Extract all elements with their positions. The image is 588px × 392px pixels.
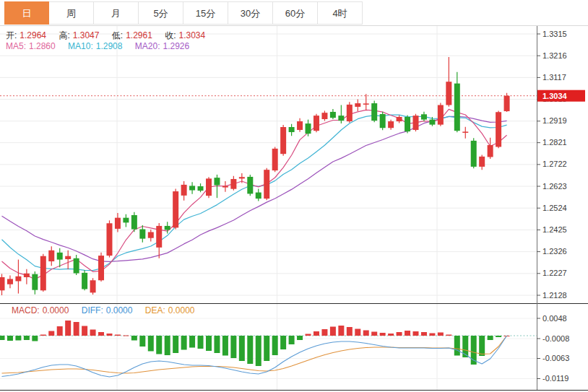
chart-canvas[interactable]: 1.33151.32161.31171.30181.29191.28211.27… [0, 0, 588, 392]
ma20-line [2, 116, 507, 261]
candle-body [165, 226, 170, 230]
last-price-tag-text: 1.3034 [542, 92, 568, 100]
price-tick-label: 1.2326 [542, 247, 567, 256]
candle-body [289, 127, 295, 132]
candle-body [15, 276, 21, 282]
macd-bar [355, 329, 360, 336]
high-label: 高: [59, 30, 69, 40]
candle-body [181, 185, 187, 196]
macd-bar [438, 333, 444, 336]
tab-timeframe-4[interactable]: 15分 [183, 1, 228, 25]
candle-body [321, 113, 327, 119]
candle-body [98, 256, 104, 280]
ma-legend: MA5:1.2860 MA10:1.2908 MA20:1.2926 [6, 41, 192, 51]
candle-body [397, 117, 402, 121]
tab-timeframe-7[interactable]: 4时 [318, 1, 363, 25]
macd-bar [321, 329, 327, 336]
macd-legend: MACD:0.0000 DIFF:0.0000 DEA:0.0000 [12, 305, 197, 315]
macd-bar [222, 336, 228, 356]
candle-body [115, 218, 121, 229]
candle-body [421, 114, 427, 119]
candle-body [297, 121, 303, 130]
ohlc-legend: 开:1.2964 高:1.3047 低:1.2961 收:1.3034 [6, 30, 208, 42]
low-value: 1.2961 [126, 30, 152, 40]
candle-body [371, 103, 377, 121]
tab-timeframe-3[interactable]: 5分 [139, 1, 183, 25]
candle-body [90, 280, 96, 292]
macd-tick-label: -0.0119 [542, 374, 569, 383]
macd-bar [479, 336, 485, 356]
candle-body [280, 127, 286, 154]
macd-bar [15, 336, 21, 341]
macd-value: 0.0000 [43, 305, 69, 315]
candle-body [388, 121, 394, 128]
candle-body [131, 215, 137, 230]
close-label: 收: [165, 30, 176, 40]
macd-bar [148, 336, 154, 352]
candle-body [306, 123, 311, 134]
candle-body [347, 105, 353, 121]
low-label: 低: [112, 30, 123, 40]
candle-body [32, 274, 38, 290]
timeframe-tabbar: 日周月5分15分30分60分4时 [0, 0, 588, 26]
candle-body [7, 279, 13, 284]
macd-bar [115, 335, 121, 336]
candle-body [230, 179, 236, 189]
macd-bar [306, 334, 311, 336]
macd-bar [32, 336, 38, 341]
macd-bar [90, 330, 96, 336]
tab-timeframe-1[interactable]: 周 [49, 1, 94, 25]
macd-bar [40, 335, 46, 336]
diff-line [2, 336, 507, 377]
tab-timeframe-6[interactable]: 60分 [273, 1, 318, 25]
macd-bar [380, 333, 386, 336]
price-tick-label: 1.2524 [542, 204, 567, 212]
macd-tick-label: 0.0048 [542, 314, 567, 323]
ma20-label: MA20: [135, 41, 160, 51]
macd-bar [371, 332, 377, 336]
price-tick-label: 1.2128 [542, 291, 567, 300]
macd-bar [314, 331, 319, 336]
price-tick-label: 1.2425 [542, 225, 567, 234]
macd-bar [272, 336, 278, 355]
candle-body [148, 232, 154, 238]
candle-body [504, 96, 510, 111]
macd-bar [405, 331, 410, 336]
price-tick-label: 1.2227 [542, 269, 567, 277]
macd-bar [7, 336, 13, 341]
candle-body [65, 256, 71, 259]
candle-body [496, 112, 501, 147]
candle-body [214, 178, 220, 185]
ma5-value: 1.2860 [29, 41, 56, 51]
price-tick-label: 1.3315 [542, 30, 567, 38]
candle-body [247, 177, 253, 193]
macd-bar [488, 336, 493, 340]
dea-value: 0.0000 [168, 305, 195, 315]
macd-bar [446, 335, 451, 336]
macd-bar [57, 326, 63, 336]
candle-body [380, 114, 386, 128]
candle-body [0, 277, 5, 290]
candle-body [57, 253, 63, 260]
tab-timeframe-5[interactable]: 30分 [228, 1, 273, 25]
tab-timeframe-0[interactable]: 日 [4, 1, 49, 25]
price-tick-label: 1.2623 [542, 182, 567, 191]
macd-bar [165, 336, 170, 355]
macd-bar [338, 326, 344, 336]
macd-bar [181, 336, 187, 350]
macd-bar [156, 336, 162, 354]
macd-bar [397, 332, 402, 336]
candle-body [330, 112, 336, 118]
macd-bar [239, 336, 245, 361]
macd-bar [189, 336, 195, 348]
candle-body [189, 186, 195, 190]
ma10-line [2, 115, 507, 271]
macd-bar [247, 336, 253, 364]
ma5-label: MA5: [6, 41, 26, 51]
macd-bar [230, 336, 236, 358]
macd-bar [347, 327, 353, 336]
candle-body [256, 193, 261, 199]
candle-body [24, 274, 30, 277]
candle-body [48, 251, 54, 261]
tab-timeframe-2[interactable]: 月 [94, 1, 139, 25]
